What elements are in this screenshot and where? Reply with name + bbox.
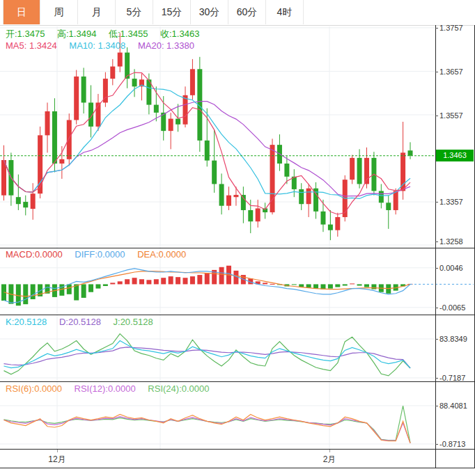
price-axis-label: 1.3557 bbox=[439, 111, 463, 120]
time-axis: 12月 2月 bbox=[0, 450, 475, 468]
tab-4hour[interactable]: 4时 bbox=[266, 0, 304, 24]
current-price-badge: 1.3463 bbox=[436, 150, 474, 161]
tab-15min[interactable]: 15分 bbox=[153, 0, 191, 24]
macd-readout: MACD:0.0000 DIFF:0.0000 DEA:0.0000 bbox=[6, 249, 196, 260]
dea-value: DEA:0.0000 bbox=[137, 249, 186, 260]
price-axis-label: 1.3757 bbox=[439, 24, 463, 32]
open-value: 开:1.3475 bbox=[6, 29, 45, 39]
macd-value: MACD:0.0000 bbox=[6, 249, 63, 260]
tab-60min[interactable]: 60分 bbox=[228, 0, 266, 24]
ma-readout: MA5: 1.3424 MA10: 1.3408 MA20: 1.3380 bbox=[6, 40, 204, 51]
rsi-axis-label: -0.8713 bbox=[439, 440, 465, 448]
panel-separator bbox=[0, 315, 475, 315]
rsi24-value: RSI(24):0.0000 bbox=[148, 383, 209, 394]
rsi6-value: RSI(6):0.0000 bbox=[6, 383, 62, 394]
panel-separator bbox=[0, 468, 475, 468]
close-value: 收:1.3463 bbox=[160, 29, 199, 39]
chart-canvas[interactable]: 开:1.3475 高:1.3494 低:1.3455 收:1.3463 MA5:… bbox=[0, 25, 475, 468]
period-toolbar: 日 周 月 5分 15分 30分 60分 4时 bbox=[0, 0, 475, 26]
panel-separator bbox=[0, 248, 475, 248]
j-value: J:20.5128 bbox=[114, 317, 153, 327]
tab-month[interactable]: 月 bbox=[78, 0, 116, 24]
ohlc-readout: 开:1.3475 高:1.3494 低:1.3455 收:1.3463 bbox=[6, 28, 209, 40]
rsi-axis-label: 88.4081 bbox=[439, 402, 467, 410]
kdj-readout: K:20.5128 D:20.5128 J:20.5128 bbox=[6, 317, 163, 327]
ma20-value: MA20: 1.3380 bbox=[138, 40, 194, 51]
rsi12-value: RSI(12):0.0000 bbox=[75, 383, 136, 394]
time-tick bbox=[57, 450, 58, 452]
time-label-dec: 12月 bbox=[48, 454, 65, 466]
kdj-axis-label: 83.8349 bbox=[439, 335, 467, 343]
macd-axis-label: 0.0046 bbox=[439, 264, 463, 272]
price-axis-label: 1.3657 bbox=[439, 68, 463, 76]
rsi-readout: RSI(6):0.0000 RSI(12):0.0000 RSI(24):0.0… bbox=[6, 383, 219, 394]
time-label-feb: 2月 bbox=[323, 454, 336, 466]
d-value: D:20.5128 bbox=[59, 317, 101, 327]
tab-30min[interactable]: 30分 bbox=[191, 0, 228, 24]
tab-week[interactable]: 周 bbox=[40, 0, 78, 24]
macd-axis-label: -0.0065 bbox=[439, 303, 465, 312]
tab-day[interactable]: 日 bbox=[3, 0, 40, 24]
price-axis-line bbox=[435, 25, 436, 468]
price-axis-label: 1.3258 bbox=[439, 237, 463, 246]
high-value: 高:1.3494 bbox=[57, 29, 96, 39]
low-value: 低:1.3455 bbox=[109, 29, 148, 39]
ma5-value: MA5: 1.3424 bbox=[6, 40, 57, 51]
price-axis-label: 1.3357 bbox=[439, 198, 463, 206]
kdj-axis-label: -0.7187 bbox=[439, 374, 465, 382]
diff-value: DIFF:0.0000 bbox=[75, 249, 125, 260]
ma10-value: MA10: 1.3408 bbox=[69, 40, 125, 51]
chart-plot bbox=[0, 25, 475, 468]
tab-5min[interactable]: 5分 bbox=[116, 0, 153, 24]
time-tick bbox=[329, 450, 330, 452]
k-value: K:20.5128 bbox=[6, 317, 47, 327]
panel-separator bbox=[0, 381, 475, 382]
